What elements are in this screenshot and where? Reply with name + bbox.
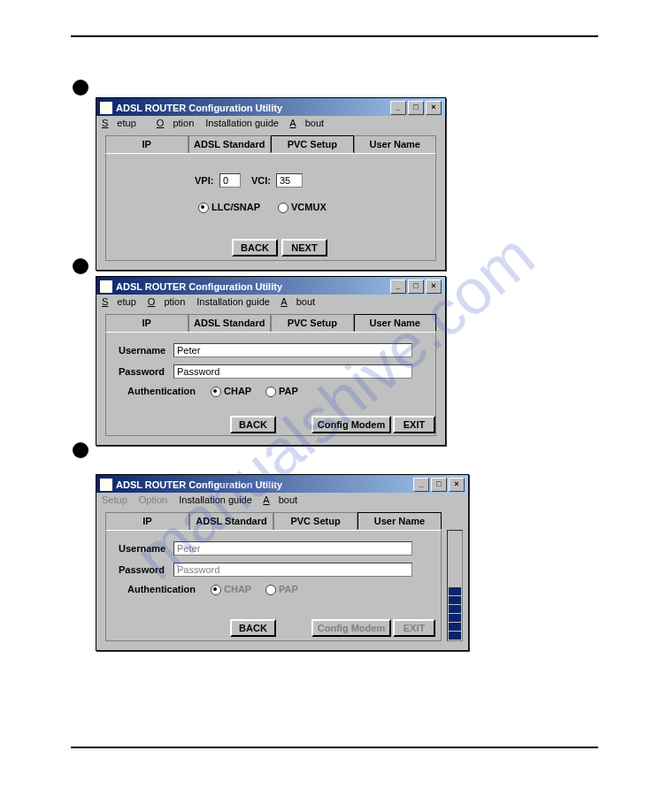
menu-option: Option (139, 494, 167, 505)
tab-user[interactable]: User Name (354, 314, 437, 332)
menu-about[interactable]: About (263, 494, 297, 505)
menubar[interactable]: Setup Option Installation guide About (96, 493, 468, 507)
back-button[interactable]: BACK (232, 239, 278, 257)
password-input: Password (173, 563, 412, 577)
config-modem-button: Config Modem (311, 619, 391, 637)
close-button[interactable]: × (426, 280, 442, 294)
radio-pap[interactable]: PAP (265, 386, 298, 397)
menu-about[interactable]: About (281, 296, 315, 307)
back-button[interactable]: BACK (230, 416, 276, 433)
tab-user[interactable]: User Name (358, 512, 442, 530)
window-user-progress: ADSL ROUTER Configuration Utility _ □ × … (96, 474, 469, 651)
password-label: Password (119, 366, 165, 377)
menu-option[interactable]: Option (148, 296, 185, 307)
app-icon (100, 102, 112, 114)
window-title: ADSL ROUTER Configuration Utility (116, 281, 282, 292)
tab-ip[interactable]: IP (105, 512, 189, 530)
tab-pvc[interactable]: PVC Setup (273, 512, 358, 530)
maximize-button[interactable]: □ (431, 478, 447, 492)
radio-chap: CHAP (211, 584, 251, 595)
panel-pvc: VPI: 0 VCI: 35 LLC/SNAP VCMUX BACK NEXT (105, 153, 436, 261)
menubar[interactable]: Setup Option Installation guide About (96, 116, 445, 130)
minimize-button[interactable]: _ (390, 280, 406, 294)
config-modem-button[interactable]: Config Modem (311, 416, 391, 433)
tab-ip[interactable]: IP (105, 135, 188, 153)
username-label: Username (119, 345, 165, 356)
tab-adsl[interactable]: ADSL Standard (189, 512, 273, 530)
menu-install[interactable]: Installation guide (196, 296, 270, 307)
bottom-rule (71, 747, 598, 748)
menu-setup: Setup (102, 494, 127, 505)
menu-setup[interactable]: Setup (102, 296, 136, 307)
radio-vcmux[interactable]: VCMUX (278, 202, 327, 213)
window-title: ADSL ROUTER Configuration Utility (116, 103, 282, 113)
progress-bar (447, 530, 463, 641)
vci-label: VCI: (251, 175, 271, 186)
bullet-3 (73, 442, 88, 458)
titlebar[interactable]: ADSL ROUTER Configuration Utility _ □ × (96, 277, 445, 295)
radio-pap: PAP (265, 584, 298, 595)
maximize-button[interactable]: □ (408, 280, 424, 294)
maximize-button[interactable]: □ (408, 101, 424, 115)
auth-label: Authentication (127, 584, 196, 594)
password-label: Password (119, 564, 165, 575)
app-icon (100, 479, 112, 491)
vci-input[interactable]: 35 (276, 173, 303, 188)
close-button[interactable]: × (426, 101, 442, 115)
vpi-input[interactable]: 0 (219, 173, 241, 188)
window-title: ADSL ROUTER Configuration Utility (116, 479, 282, 490)
panel-user: Username Peter Password Password Authent… (105, 332, 436, 436)
titlebar[interactable]: ADSL ROUTER Configuration Utility _ □ × (96, 475, 468, 493)
minimize-button[interactable]: _ (390, 101, 406, 115)
tab-adsl[interactable]: ADSL Standard (188, 135, 272, 153)
menu-option[interactable]: Option (157, 118, 194, 128)
radio-llc[interactable]: LLC/SNAP (198, 202, 260, 213)
minimize-button[interactable]: _ (413, 478, 429, 492)
tab-pvc[interactable]: PVC Setup (271, 314, 354, 332)
next-button[interactable]: NEXT (281, 239, 327, 257)
username-input[interactable]: Peter (173, 343, 412, 357)
bullet-2 (73, 258, 88, 274)
menu-setup[interactable]: Setup (102, 118, 145, 128)
exit-button[interactable]: EXIT (393, 416, 435, 433)
tab-user[interactable]: User Name (354, 135, 437, 153)
password-input[interactable]: Password (173, 364, 412, 379)
bullet-1 (73, 80, 88, 96)
app-icon (100, 280, 112, 293)
top-rule (71, 35, 598, 37)
tab-ip[interactable]: IP (105, 314, 188, 332)
auth-label: Authentication (127, 386, 196, 396)
exit-button: EXIT (393, 619, 435, 637)
menu-about[interactable]: About (289, 118, 324, 128)
tabs: IP ADSL Standard PVC Setup User Name (105, 314, 436, 332)
tab-pvc[interactable]: PVC Setup (271, 135, 354, 153)
username-label: Username (119, 543, 165, 554)
radio-chap[interactable]: CHAP (211, 386, 251, 397)
menu-install[interactable]: Installation guide (205, 118, 279, 128)
panel-user: Username Peter Password Password Authent… (105, 530, 442, 641)
tabs: IP ADSL Standard PVC Setup User Name (105, 512, 442, 530)
titlebar[interactable]: ADSL ROUTER Configuration Utility _ □ × (96, 98, 445, 116)
menu-install[interactable]: Installation guide (179, 494, 252, 505)
menubar[interactable]: Setup Option Installation guide About (96, 295, 445, 309)
window-pvc: ADSL ROUTER Configuration Utility _ □ × … (96, 97, 446, 271)
vpi-label: VPI: (195, 175, 213, 186)
username-input: Peter (173, 541, 412, 555)
tab-adsl[interactable]: ADSL Standard (188, 314, 272, 332)
back-button[interactable]: BACK (230, 619, 276, 637)
tabs: IP ADSL Standard PVC Setup User Name (105, 135, 436, 153)
close-button[interactable]: × (449, 478, 465, 492)
window-user: ADSL ROUTER Configuration Utility _ □ × … (96, 276, 446, 446)
